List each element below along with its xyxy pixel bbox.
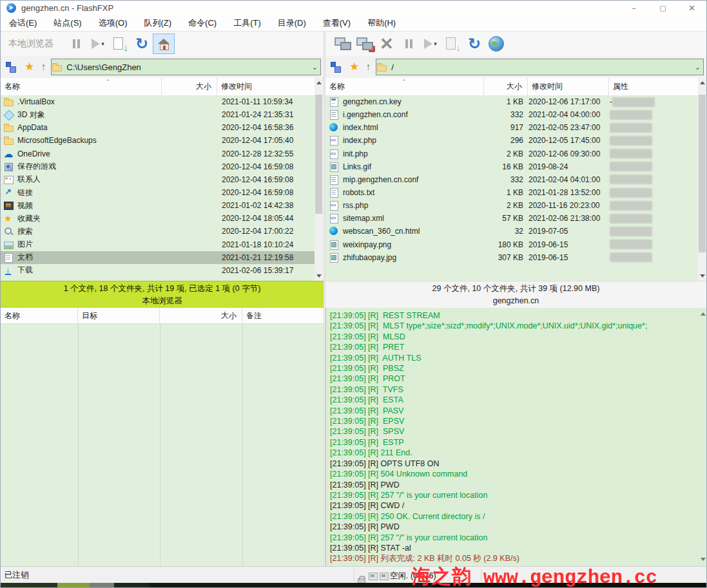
file-name: webscan_360_cn.html	[340, 227, 483, 236]
log-scroll-down-arrow[interactable]	[699, 556, 706, 563]
file-name: weixinpay.png	[340, 240, 483, 249]
transfer-disabled-icon	[445, 37, 460, 51]
folder-tree-icon[interactable]	[5, 62, 17, 72]
log-line: [21:39:05] [R] PASV	[330, 406, 706, 416]
scrollbar-thumb[interactable]	[699, 95, 706, 252]
file-mtime: 2020-12-04 16:59:08	[212, 188, 293, 197]
local-file-row[interactable]: 图片2021-01-18 10:10:24	[1, 238, 315, 251]
remote-file-row[interactable]: weixinpay.png180 KB2019-06-15	[325, 238, 698, 251]
local-refresh-button[interactable]: ↻	[132, 33, 151, 54]
site-globe-button[interactable]	[487, 33, 506, 54]
remote-refresh-button[interactable]: ↻	[465, 33, 484, 54]
remote-file-row[interactable]: gengzhen.cn.key1 KB2020-12-06 17:17:00-	[325, 95, 698, 108]
menu-item-1[interactable]: 会话(E)	[1, 15, 45, 31]
local-list-scrollbar[interactable]	[315, 78, 323, 281]
local-file-row[interactable]: AppData2020-12-04 16:58:36	[1, 121, 315, 134]
remote-column-mtime[interactable]: 修改时间	[528, 78, 609, 95]
local-file-row[interactable]: OneDrive2020-12-28 12:32:55	[1, 147, 315, 160]
favorites-star-icon[interactable]: ★	[349, 62, 359, 72]
minimize-button[interactable]: –	[619, 1, 648, 15]
local-column-size[interactable]: 大小	[162, 78, 217, 95]
remote-file-row[interactable]: Links.gif16 KB2019-08-24	[325, 160, 698, 173]
folder-icon	[52, 62, 63, 72]
remote-file-row[interactable]: zhifubaopay.jpg307 KB2019-06-15	[325, 251, 698, 264]
code-file-icon	[329, 135, 340, 146]
local-file-row[interactable]: MicrosoftEdgeBackups2020-12-04 17:05:40	[1, 134, 315, 147]
remote-file-row[interactable]: mip.gengzhen.cn.conf3322021-02-04 04:01:…	[325, 173, 698, 186]
local-home-button[interactable]	[153, 33, 175, 54]
close-button[interactable]: ✕	[677, 1, 706, 15]
log-line: [21:39:05] [R] PWD	[330, 522, 706, 532]
local-transfer-button[interactable]	[110, 33, 130, 54]
scrollbar-thumb[interactable]	[315, 95, 322, 214]
menu-item-9[interactable]: 帮助(H)	[359, 15, 404, 31]
abort-button[interactable]: ✕	[377, 33, 396, 54]
censored-attributes	[610, 252, 652, 262]
remote-file-row[interactable]: sitemap.xml57 KB2021-02-06 21:38:00	[325, 212, 698, 225]
up-directory-icon[interactable]: ↑	[41, 62, 46, 72]
local-file-row[interactable]: 保存的游戏2020-12-04 16:59:08	[1, 160, 315, 173]
local-file-row[interactable]: 收藏夹2020-12-04 18:05:44	[1, 212, 315, 225]
local-file-row[interactable]: 联系人2020-12-04 16:59:08	[1, 173, 315, 186]
local-column-name[interactable]: 名称	[1, 78, 162, 95]
local-file-row[interactable]: 视频2021-01-02 14:42:38	[1, 199, 315, 212]
remote-pause-button[interactable]	[399, 33, 418, 54]
scroll-up-arrow[interactable]	[315, 78, 323, 88]
remote-file-row[interactable]: webscan_360_cn.html322019-07-05	[325, 225, 698, 238]
remote-file-row[interactable]: i.gengzhen.cn.conf3322021-02-04 04:00:00	[325, 108, 698, 121]
favorites-star-icon[interactable]: ★	[24, 62, 34, 72]
remote-transfer-button[interactable]	[443, 33, 462, 54]
remote-file-row[interactable]: rss.php2 KB2020-11-16 20:23:00	[325, 199, 698, 212]
local-path-combobox[interactable]: C:\Users\GengZhen ⌄	[51, 59, 321, 75]
remote-path-combobox[interactable]: / ⌄	[376, 59, 704, 75]
scroll-down-arrow[interactable]	[698, 271, 706, 281]
local-file-row[interactable]: 链接2020-12-04 16:59:08	[1, 186, 315, 199]
local-file-row[interactable]: 3D 对象2021-01-24 21:35:31	[1, 108, 315, 121]
local-file-row[interactable]: 文档2021-01-21 12:19:58	[1, 251, 315, 264]
menu-item-6[interactable]: 工具(T)	[225, 15, 269, 31]
scroll-up-arrow[interactable]	[698, 78, 706, 88]
menu-item-5[interactable]: 命令(C)	[180, 15, 225, 31]
queue-column-size[interactable]: 大小	[160, 308, 242, 324]
pause-icon	[72, 39, 81, 48]
remote-column-attr[interactable]: 属性	[609, 78, 698, 95]
scroll-down-arrow[interactable]	[315, 271, 323, 281]
remote-band-title: gengzhen.cn	[493, 295, 539, 307]
ftp-log-panel[interactable]: [21:39:05] [R] REST STREAM[21:39:05] [R]…	[325, 308, 706, 566]
local-file-row[interactable]: 搜索2020-12-04 17:00:22	[1, 225, 315, 238]
queue-column-name[interactable]: 名称	[1, 308, 78, 324]
chevron-down-icon[interactable]: ⌄	[695, 63, 701, 71]
local-pause-button[interactable]	[66, 33, 86, 54]
remote-column-size[interactable]: 大小	[484, 78, 528, 95]
local-file-row[interactable]: 下载2021-02-06 15:39:17	[1, 264, 315, 277]
remote-file-row[interactable]: index.php2962020-12-05 17:45:00	[325, 134, 698, 147]
maximize-button[interactable]: ▢	[648, 1, 677, 15]
pane-splitter[interactable]	[324, 32, 325, 566]
menu-item-7[interactable]: 目录(D)	[269, 15, 315, 31]
remote-file-row[interactable]: robots.txt1 KB2021-01-28 13:52:00	[325, 186, 698, 199]
log-scroll-up-arrow[interactable]	[699, 310, 706, 318]
connect-button[interactable]	[333, 33, 353, 54]
file-name: 联系人	[15, 174, 162, 185]
remote-list-scrollbar[interactable]	[698, 78, 706, 281]
remote-start-button[interactable]: ▾	[421, 33, 440, 54]
menu-item-4[interactable]: 队列(Z)	[135, 15, 180, 31]
menu-item-3[interactable]: 选项(O)	[90, 15, 136, 31]
menu-item-2[interactable]: 站点(S)	[45, 15, 90, 31]
folder-tree-icon[interactable]	[330, 62, 342, 72]
up-directory-icon[interactable]: ↑	[365, 62, 371, 72]
chevron-down-icon[interactable]: ⌄	[312, 63, 318, 71]
local-file-row[interactable]: .VirtualBox2021-01-11 10:59:34	[1, 95, 315, 108]
file-mtime: 2021-01-28 13:52:00	[523, 188, 605, 197]
code-file-icon	[329, 200, 340, 211]
menu-item-8[interactable]: 查看(V)	[315, 15, 359, 31]
queue-column-target[interactable]: 目标	[78, 308, 160, 324]
disconnect-button[interactable]: ×	[355, 33, 374, 54]
remote-file-row[interactable]: index.html9172021-02-05 23:47:00	[325, 121, 698, 134]
queue-column-remark[interactable]: 备注	[242, 308, 324, 324]
local-column-mtime[interactable]: 修改时间	[217, 78, 315, 95]
queue-list[interactable]	[1, 324, 324, 566]
file-name: 图片	[15, 239, 162, 250]
local-start-button[interactable]: ▾	[88, 33, 108, 54]
remote-file-row[interactable]: init.php2 KB2020-12-06 09:30:00	[325, 147, 698, 160]
